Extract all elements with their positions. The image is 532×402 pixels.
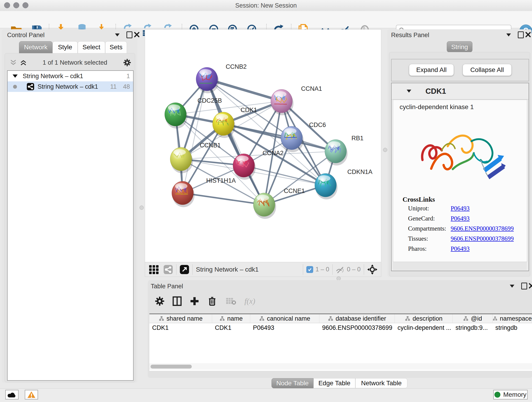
- column-header-canonical-name[interactable]: canonical name: [250, 314, 319, 323]
- cell-shared-name[interactable]: CDK1: [149, 323, 212, 332]
- column-type-icon: [405, 316, 410, 321]
- collapse-all-icon[interactable]: [10, 59, 17, 66]
- crosslink-row: Tissues:9606.ENSP00000378699: [393, 235, 527, 245]
- network-node-CCNE1[interactable]: CCNE1: [253, 187, 305, 219]
- network-edge-CCNB2-HIST1H1A[interactable]: [183, 79, 207, 193]
- column-header-database-identifier[interactable]: database identifier: [319, 314, 395, 323]
- tab-edge-table[interactable]: Edge Table: [313, 378, 355, 388]
- node-label-CDC25B: CDC25B: [197, 97, 222, 104]
- section-collapse-icon[interactable]: [407, 89, 411, 93]
- cell--id[interactable]: stringdb:9...: [453, 323, 493, 332]
- expand-all-icon[interactable]: [20, 59, 27, 66]
- titlebar: Session: New Session: [0, 0, 532, 11]
- cell-description[interactable]: cyclin-dependent ...: [395, 323, 453, 332]
- tab-style[interactable]: Style: [52, 41, 78, 53]
- gene-details: cyclin-dependent kinase 1: [393, 100, 527, 262]
- network-row-selected[interactable]: String Network – cdk1 11 48: [7, 81, 133, 92]
- network-node-CCNA1[interactable]: CCNA1: [271, 85, 322, 115]
- column-header-namespace[interactable]: namespace: [493, 314, 532, 323]
- open-external-icon[interactable]: [180, 265, 189, 274]
- crosslinks-title: CrossLinks: [403, 196, 435, 203]
- toolbar-separator: [192, 264, 193, 275]
- crosslink-label: Pharos:: [408, 245, 427, 252]
- selected-checkbox-icon[interactable]: [306, 266, 313, 273]
- network-tree: String Network – cdk1 1 String Network –…: [7, 70, 133, 381]
- network-node-HIST1H1A[interactable]: HIST1H1A: [172, 177, 236, 207]
- results-panel: Results Panel String Expand All Collapse…: [387, 29, 532, 277]
- crosslink-compartments-link[interactable]: 9606.ENSP00000378699: [451, 225, 514, 232]
- tab-sets[interactable]: Sets: [105, 41, 127, 53]
- column-header-label: @id: [471, 315, 482, 322]
- cell-name[interactable]: CDK1: [212, 323, 250, 332]
- panel-close-icon[interactable]: [134, 32, 140, 38]
- network-node-CDKN1A[interactable]: CDKN1A: [315, 168, 373, 199]
- control-panel-title: Control Panel: [7, 32, 45, 39]
- collapse-all-button[interactable]: Collapse All: [462, 64, 512, 76]
- add-column-icon[interactable]: [190, 297, 199, 306]
- gene-section-header[interactable]: CDK1: [392, 83, 529, 99]
- left-splitter-handle[interactable]: [139, 206, 144, 210]
- crosslink-row: GeneCard:P06493: [393, 215, 527, 225]
- column-header-shared-name[interactable]: shared name: [149, 314, 212, 323]
- delete-table-icon[interactable]: [226, 297, 236, 305]
- application-window: Session: New Session: [0, 0, 532, 402]
- panel-float-icon[interactable]: [127, 32, 133, 38]
- right-splitter-handle[interactable]: [383, 148, 387, 152]
- show-columns-icon[interactable]: [172, 296, 182, 306]
- network-collection-row[interactable]: String Network – cdk1 1: [7, 71, 133, 81]
- tree-expander-icon[interactable]: [13, 75, 18, 78]
- pan-crosshair-icon[interactable]: [367, 264, 377, 274]
- panel-close-icon[interactable]: [529, 283, 532, 289]
- node-label-CDC6: CDC6: [309, 121, 326, 128]
- crosslink-genecard-link[interactable]: P06493: [451, 215, 470, 222]
- gear-icon[interactable]: [123, 58, 131, 67]
- delete-column-icon[interactable]: [207, 296, 217, 306]
- birdseye-grid-icon[interactable]: [149, 264, 159, 275]
- panel-float-icon[interactable]: [521, 283, 527, 289]
- cell-database-identifier[interactable]: 9606.ENSP00000378699: [319, 323, 395, 332]
- selected-count: 1 – 0: [316, 266, 329, 273]
- network-view-title: String Network – cdk1: [196, 266, 259, 273]
- column-type-icon: [328, 316, 333, 321]
- crosslink-pharos-link[interactable]: P06493: [451, 245, 470, 252]
- node-table: shared namenamecanonical namedatabase id…: [149, 313, 532, 371]
- cloud-button[interactable]: [5, 390, 19, 400]
- network-canvas[interactable]: CCNB2CCNA1CDC25BCDK1CDC6RB1CCNB1CCNA2HIS…: [145, 30, 380, 262]
- node-label-CDK1: CDK1: [241, 107, 257, 114]
- column-type-icon: [259, 316, 265, 321]
- tab-network[interactable]: Network: [19, 41, 52, 53]
- toolbar-separator: [364, 264, 364, 275]
- crosslink-uniprot-link[interactable]: P06493: [451, 205, 470, 212]
- crosslink-row: Uniprot:P06493: [393, 205, 527, 215]
- share-gray-icon[interactable]: [163, 265, 173, 274]
- column-type-icon: [493, 316, 497, 321]
- tab-node-table[interactable]: Node Table: [272, 378, 313, 388]
- warnings-button[interactable]: [25, 390, 38, 400]
- protein-ribbon-thumbnail: [175, 194, 188, 194]
- network-node-RB1[interactable]: RB1: [325, 135, 364, 166]
- cell-canonical-name[interactable]: P06493: [250, 323, 319, 332]
- tab-network-table[interactable]: Network Table: [355, 378, 407, 388]
- column-header--id[interactable]: @id: [453, 314, 493, 323]
- function-builder-button[interactable]: f(x): [244, 297, 255, 306]
- table-settings-gear-icon[interactable]: [155, 296, 165, 306]
- panel-menu-icon[interactable]: [510, 285, 514, 288]
- cell-namespace[interactable]: stringdb: [493, 323, 532, 332]
- panel-float-icon[interactable]: [518, 32, 524, 38]
- network-edge-HIST1H1A-CCNE1[interactable]: [183, 193, 264, 205]
- panel-menu-icon[interactable]: [506, 33, 511, 36]
- control-panel: Control Panel NetworkStyleSelectSets 1 o…: [2, 29, 138, 383]
- panel-close-icon[interactable]: [525, 32, 531, 38]
- memory-button[interactable]: Memory: [493, 390, 528, 400]
- node-label-RB1: RB1: [351, 135, 364, 142]
- expand-all-button[interactable]: Expand All: [409, 64, 454, 76]
- column-header-description[interactable]: description: [395, 314, 453, 323]
- tab-select[interactable]: Select: [78, 41, 105, 53]
- crosslink-tissues-link[interactable]: 9606.ENSP00000378699: [451, 235, 514, 242]
- scrollbar-thumb[interactable]: [151, 365, 192, 369]
- tab-string[interactable]: String: [447, 41, 472, 52]
- panel-menu-icon[interactable]: [115, 33, 120, 36]
- hidden-eye-icon[interactable]: [336, 266, 345, 274]
- table-row[interactable]: CDK1CDK1P064939606.ENSP00000378699cyclin…: [149, 323, 532, 332]
- column-header-name[interactable]: name: [212, 314, 250, 323]
